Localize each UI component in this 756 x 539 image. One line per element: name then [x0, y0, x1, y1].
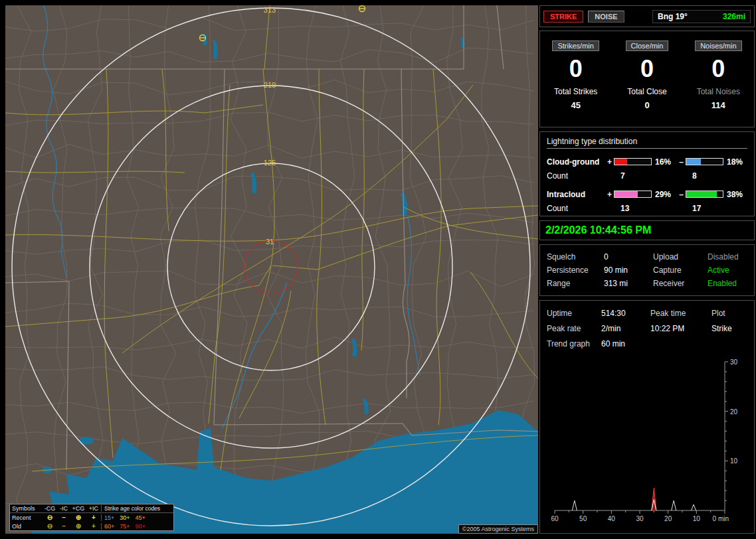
- strikes-rate-column: Strikes/min 0 Total Strikes 45: [540, 39, 611, 127]
- legend-symbols-header: Symbols: [12, 505, 43, 512]
- legend-header-row: Symbols -CG -IC +CG +IC Strike age color…: [10, 504, 173, 513]
- copyright-notice: ©2005 Astrogenic Systems: [458, 524, 538, 534]
- cloud-ground-count-row: Count 7 8: [547, 169, 747, 183]
- plus-sign: +: [605, 157, 614, 167]
- cg-negative-count: 8: [686, 171, 723, 181]
- noises-per-min-label[interactable]: Noises/min: [695, 40, 741, 51]
- capture-label: Capture: [653, 264, 708, 277]
- uptime-value: 514:30: [601, 306, 650, 321]
- map-canvas[interactable]: 313 219 125 31: [5, 5, 538, 534]
- bearing-value: Bng 19°: [658, 12, 688, 21]
- range-value: 313 mi: [604, 277, 653, 290]
- side-panel: STRIKE NOISE Bng 19° 326mi Strikes/min 0…: [538, 0, 756, 539]
- strikes-per-min-label[interactable]: Strikes/min: [552, 40, 599, 51]
- peak-rate-value: 2/min: [601, 321, 650, 337]
- receiver-label: Receiver: [653, 277, 708, 290]
- intracloud-count-row: Count 13 17: [547, 201, 747, 215]
- rates-box: Strikes/min 0 Total Strikes 45 Close/min…: [539, 31, 755, 127]
- ic-negative-pct: 38%: [723, 190, 743, 199]
- cg-positive-count: 7: [614, 171, 652, 181]
- pos-ic-icon: +: [86, 514, 101, 521]
- ic-positive-bar: [614, 191, 652, 198]
- legend-col-neg-ic: -IC: [57, 505, 70, 512]
- svg-text:10: 10: [693, 515, 701, 522]
- plot-label: Plot: [711, 306, 747, 321]
- plus-sign: +: [605, 190, 614, 199]
- total-strikes-label: Total Strikes: [540, 87, 611, 96]
- datetime-value: 2/2/2026 10:44:56 PM: [545, 224, 651, 236]
- trend-graph-label: Trend graph: [547, 337, 601, 352]
- trend-spike: [572, 501, 577, 510]
- range-label: Range: [547, 277, 604, 290]
- close-rate-column: Close/min 0 Total Close 0: [611, 39, 682, 127]
- intracloud-label: Intracloud: [547, 190, 605, 199]
- peak-time-label: Peak time: [650, 306, 711, 321]
- svg-text:20: 20: [730, 408, 738, 416]
- neg-ic-icon: –: [57, 514, 70, 521]
- close-per-min-value: 0: [611, 55, 682, 83]
- legend-age-header: Strike age color codes: [101, 505, 171, 512]
- ring-label-31: 31: [266, 238, 274, 246]
- noises-per-min-value: 0: [683, 55, 754, 83]
- total-strikes-value: 45: [540, 100, 611, 110]
- uptime-label: Uptime: [547, 306, 601, 321]
- neg-ic-old-icon: –: [57, 523, 70, 530]
- legend-old-row: Old ⊖ – ⊕ + 60+ 75+ 90+: [10, 522, 173, 530]
- strikes-per-min-value: 0: [540, 55, 611, 83]
- legend-recent-row: Recent ⊖ – ⊕ + 15+ 30+ 45+: [10, 513, 173, 522]
- svg-text:20: 20: [664, 515, 672, 522]
- total-noises-label: Total Noises: [683, 87, 754, 96]
- close-per-min-label[interactable]: Close/min: [626, 40, 669, 51]
- svg-text:40: 40: [608, 515, 616, 522]
- status-row-1: Uptime 514:30 Peak time Plot: [547, 306, 747, 321]
- upload-label: Upload: [653, 250, 708, 264]
- count-label: Count: [547, 171, 605, 181]
- noise-button[interactable]: NOISE: [588, 11, 624, 23]
- svg-text:50: 50: [579, 515, 587, 522]
- age-45: 45+: [136, 514, 145, 521]
- trend-spike: [692, 504, 696, 510]
- display-mode-toolbar: STRIKE NOISE Bng 19° 326mi: [539, 5, 755, 27]
- legend-col-neg-cg: -CG: [43, 505, 57, 512]
- lightning-tracker-app: 313 219 125 31 Symbols -CG -IC +CG +IC S…: [0, 0, 756, 539]
- intracloud-row: Intracloud + 29% – 38%: [547, 187, 747, 201]
- plot-value: Strike: [711, 321, 747, 337]
- minus-sign: –: [677, 157, 686, 167]
- minus-sign: –: [677, 190, 686, 199]
- ic-negative-count: 17: [686, 204, 723, 213]
- strike-button[interactable]: STRIKE: [543, 11, 583, 23]
- cg-negative-pct: 18%: [723, 157, 743, 167]
- age-75: 75+: [120, 523, 130, 530]
- persistence-value: 90 min: [604, 264, 653, 277]
- pos-cg-old-icon: ⊕: [70, 523, 86, 530]
- pos-ic-old-icon: +: [86, 523, 101, 530]
- cg-positive-pct: 16%: [652, 157, 677, 167]
- receiver-status: Enabled: [708, 277, 747, 290]
- legend-old-label: Old: [12, 523, 43, 530]
- total-noises-value: 114: [683, 100, 754, 110]
- distance-value: 326mi: [723, 12, 745, 21]
- total-close-label: Total Close: [611, 87, 682, 96]
- settings-row-persistence: Persistence 90 min Capture Active: [547, 264, 747, 277]
- legend-col-pos-cg: +CG: [70, 505, 86, 512]
- ic-negative-bar: [686, 191, 723, 198]
- legend-recent-ages: 15+ 30+ 45+: [101, 514, 171, 521]
- lightning-map[interactable]: 313 219 125 31 Symbols -CG -IC +CG +IC S…: [5, 5, 538, 534]
- svg-text:0 min: 0 min: [713, 515, 729, 522]
- persistence-label: Persistence: [547, 264, 604, 277]
- legend-col-pos-ic: +IC: [86, 505, 101, 512]
- age-30: 30+: [120, 514, 130, 521]
- neg-cg-icon: ⊖: [43, 514, 57, 521]
- status-box: Uptime 514:30 Peak time Plot Peak rate 2…: [539, 300, 755, 534]
- cg-positive-bar: [614, 158, 652, 165]
- svg-text:30: 30: [636, 515, 644, 522]
- legend-old-ages: 60+ 75+ 90+: [101, 523, 171, 530]
- squelch-value: 0: [604, 250, 653, 264]
- trend-graph: 6050403020100 min102030: [544, 356, 753, 528]
- ring-label-125: 125: [264, 159, 276, 167]
- peak-time-value: 10:22 PM: [650, 321, 711, 337]
- age-90: 90+: [136, 523, 145, 530]
- capture-status: Active: [708, 264, 747, 277]
- ic-positive-count: 13: [614, 204, 652, 213]
- distribution-title: Lightning type distribution: [547, 137, 747, 149]
